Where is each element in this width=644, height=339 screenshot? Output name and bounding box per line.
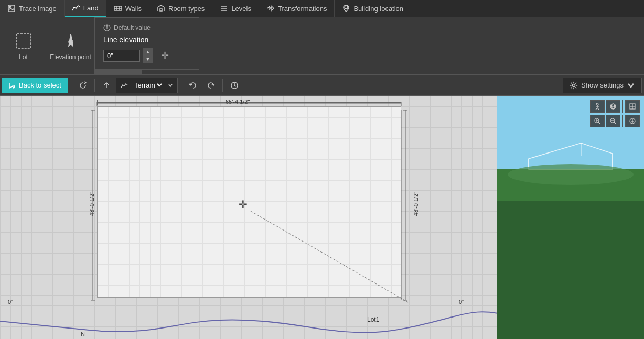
popup-input-row: ▲ ▼ ✛ [103, 48, 190, 63]
tool-elevation-point[interactable]: Elevation point [47, 17, 94, 74]
canvas-area[interactable]: 65'-4 1/2" 48'-0 1/2" 48'-0 1/2" 0" 0" ✛… [0, 96, 497, 339]
right-dimension-label: 48'-0 1/2" [413, 192, 419, 216]
rpt-row-2 [590, 115, 640, 127]
tool-elevation-point-label: Elevation point [50, 53, 91, 61]
right-3d-panel [497, 96, 644, 339]
top-nav: Trace image Land Walls Room types Levels… [0, 0, 644, 17]
right-panel-tools [590, 100, 640, 127]
move-cursor-icon: ✛ [239, 198, 248, 211]
tab-building-location-label: Building location [353, 5, 403, 13]
tool-lot[interactable]: Lot [0, 17, 47, 74]
popup-label: Line elevation [103, 36, 190, 44]
svg-line-46 [597, 108, 599, 110]
tab-walls-label: Walls [125, 5, 142, 13]
bottom-left-dim-label: 0" [8, 299, 13, 305]
tab-building-location[interactable]: Building location [335, 0, 411, 17]
tab-land[interactable]: Land [65, 0, 106, 17]
top-dimension-label: 65'-4 1/2" [226, 99, 250, 105]
cursor-move-icon: ✛ [161, 50, 169, 61]
3d-globe-btn[interactable] [606, 100, 620, 113]
svg-point-21 [573, 84, 575, 86]
tab-trace-image-label: Trace image [19, 5, 57, 13]
main-area: 65'-4 1/2" 48'-0 1/2" 48'-0 1/2" 0" 0" ✛… [0, 96, 644, 339]
spin-up-button[interactable]: ▲ [143, 48, 153, 56]
3d-grid-btn[interactable] [625, 100, 640, 113]
tab-levels-label: Levels [231, 5, 251, 13]
tab-room-types[interactable]: Room types [149, 0, 212, 17]
left-dimension-label: 48'-0 1/2" [89, 192, 95, 216]
north-indicator: N [81, 331, 85, 337]
tool-panel: Lot Elevation point Elevation line Defau… [0, 17, 644, 75]
rpt-divider-2 [622, 115, 623, 127]
tab-levels[interactable]: Levels [212, 0, 259, 17]
svg-rect-6 [160, 9, 162, 11]
tab-transformations[interactable]: Transformations [259, 0, 335, 17]
action-toolbar: Back to select Terrain Show settings [0, 75, 644, 96]
svg-line-54 [598, 122, 600, 124]
svg-point-41 [508, 164, 634, 185]
3d-view [497, 96, 644, 339]
3d-zoom-out-btn[interactable] [606, 115, 620, 127]
svg-point-1 [9, 6, 11, 8]
back-to-select-label: Back to select [19, 81, 61, 89]
svg-line-45 [596, 108, 597, 110]
3d-zoom-in-btn[interactable] [590, 115, 605, 127]
svg-rect-11 [16, 34, 31, 48]
svg-point-19 [106, 26, 108, 27]
rpt-divider [622, 100, 623, 113]
separator-2 [94, 79, 95, 92]
3d-person-btn[interactable] [590, 100, 605, 113]
bottom-right-dim-label: 0" [459, 299, 464, 305]
tab-trace-image[interactable]: Trace image [0, 0, 65, 17]
3d-reset-btn[interactable] [625, 115, 640, 127]
elevation-popup: Default value Line elevation ▲ ▼ ✛ [94, 17, 199, 70]
tab-land-label: Land [83, 4, 99, 12]
separator-1 [71, 79, 71, 92]
spin-down-button[interactable]: ▼ [143, 56, 153, 63]
refresh-alt-button[interactable] [226, 78, 243, 93]
move-up-button[interactable] [98, 78, 115, 93]
popup-title-text: Default value [114, 24, 151, 31]
show-settings-label: Show settings [581, 81, 624, 89]
terrain-select-wrapper[interactable]: Terrain [116, 78, 178, 93]
drawing-area [97, 106, 401, 298]
popup-title-row: Default value [103, 24, 190, 31]
terrain-dropdown[interactable]: Terrain [132, 81, 164, 90]
elevation-value-input[interactable] [103, 50, 140, 62]
rpt-row-1 [590, 100, 640, 113]
lot-label: Lot1 [367, 316, 379, 323]
separator-5 [246, 79, 246, 92]
refresh-button[interactable] [74, 78, 91, 93]
tab-room-types-label: Room types [168, 5, 205, 13]
redo-button[interactable] [202, 78, 219, 93]
tab-transformations-label: Transformations [278, 5, 327, 13]
svg-point-42 [596, 103, 598, 105]
spin-buttons: ▲ ▼ [143, 48, 153, 63]
svg-point-10 [345, 6, 348, 9]
separator-4 [222, 79, 223, 92]
svg-line-58 [614, 122, 616, 124]
undo-button[interactable] [185, 78, 201, 93]
tab-walls[interactable]: Walls [106, 0, 149, 17]
separator-3 [181, 79, 181, 92]
show-settings-button[interactable]: Show settings [563, 78, 642, 93]
tool-lot-label: Lot [19, 53, 28, 61]
back-to-select-button[interactable]: Back to select [2, 78, 68, 93]
svg-rect-35 [497, 201, 644, 339]
